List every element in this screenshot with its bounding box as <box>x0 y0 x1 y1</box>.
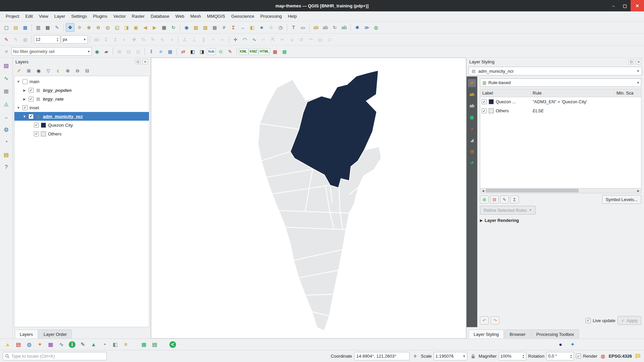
scroll-right-icon[interactable]: ▶ <box>636 189 641 192</box>
wb-gradient-icon[interactable]: ◨ <box>198 47 206 56</box>
horizontal-distribution-icon[interactable]: ≡ <box>156 47 165 56</box>
tab-browser[interactable]: Browser <box>504 329 531 339</box>
identify-features-icon[interactable]: ◉ <box>182 23 191 32</box>
pan-map-icon[interactable]: ✥ <box>66 23 74 32</box>
offset-curve-icon[interactable]: ⊃ <box>325 35 334 44</box>
scroll-thumb[interactable] <box>486 189 579 192</box>
split-features-icon[interactable]: ✂ <box>278 35 287 44</box>
offline-sphere-icon[interactable]: ● <box>556 340 565 349</box>
column-header-min-scale[interactable]: Min. Sca <box>614 90 641 96</box>
save-project-icon[interactable]: ▦ <box>21 23 30 32</box>
show-hidden-labels-icon[interactable]: ◐ <box>120 35 129 44</box>
text-annotation-icon[interactable]: T <box>289 23 298 32</box>
simplify-feature-icon[interactable]: 〜 <box>306 35 315 44</box>
gradient-icon[interactable]: ◧ <box>111 340 119 349</box>
render-checkbox[interactable]: ✓ <box>576 354 581 359</box>
map-export-2-icon[interactable]: ▤ <box>150 340 159 349</box>
undo-icon[interactable]: ↶ <box>480 316 489 324</box>
expand-all-icon[interactable]: ⊕ <box>63 66 72 75</box>
field-calculator-icon[interactable]: # <box>220 23 228 32</box>
open-project-icon[interactable]: ▤ <box>11 23 20 32</box>
pin-labels-icon[interactable]: ↧ <box>102 35 110 44</box>
close-button[interactable]: ✕ <box>631 0 644 11</box>
add-postgis-layer-icon[interactable]: ◍ <box>2 125 11 133</box>
checkbox-adm-municity-ncr[interactable]: ✓ <box>29 114 34 119</box>
checkbox-main[interactable] <box>22 79 28 84</box>
save-layer-edits-icon[interactable]: ▦ <box>21 35 30 44</box>
swap-direction-icon[interactable]: ⇄ <box>179 47 187 56</box>
bw-gradient-icon[interactable]: ◧ <box>188 47 197 56</box>
symbology-icon[interactable]: ✐ <box>468 79 476 87</box>
font-unit-select[interactable]: px ▼ <box>61 35 88 44</box>
zoom-next-icon[interactable]: ▶ <box>150 23 159 32</box>
filter-legend-icon[interactable]: ▽ <box>44 66 53 75</box>
edit-rule-icon[interactable]: ✎ <box>500 195 509 203</box>
checkbox-quezon-city[interactable]: ✓ <box>34 123 39 128</box>
refresh-map-icon[interactable]: ↻ <box>169 23 178 32</box>
cad-float-icon[interactable]: ≈ <box>218 35 227 44</box>
delete-ring-icon[interactable]: ◎ <box>316 35 324 44</box>
open-attribute-table-icon[interactable]: ▦ <box>210 23 219 32</box>
tab-processing-toolbox[interactable]: Processing Toolbox <box>531 329 579 339</box>
layer-row-brgy-rate[interactable]: ▶ ✓ ▤ brgy_rate <box>14 95 149 103</box>
coordinate-input[interactable]: 14.6904°, 121.2603° <box>354 352 410 360</box>
view-3d-icon[interactable]: ▧ <box>468 113 476 121</box>
menu-project[interactable]: Project <box>3 12 22 20</box>
deselect-features-icon[interactable]: ▧ <box>201 23 210 32</box>
extents-toggle-icon[interactable]: ✛ <box>412 353 419 360</box>
change-label-icon[interactable]: ab <box>340 23 348 32</box>
plugin-star-icon[interactable]: ✦ <box>568 340 577 349</box>
vertical-distribution-icon[interactable]: ‖ <box>147 47 156 56</box>
menu-layer[interactable]: Layer <box>51 12 68 20</box>
rotate-label-tool-icon[interactable]: ↻ <box>139 35 148 44</box>
layers-stack-icon[interactable]: ≡ <box>121 340 130 349</box>
digitize-curve-icon[interactable]: ◠ <box>240 35 249 44</box>
attribute-grid-icon[interactable]: ▦ <box>166 47 174 56</box>
layer-rendering-section[interactable]: ▶ Layer Rendering <box>480 215 641 224</box>
count-features-icon[interactable]: Σ <box>510 195 519 203</box>
column-header-label[interactable]: Label <box>480 90 531 96</box>
redo-icon[interactable]: ↷ <box>491 316 499 324</box>
checkbox-others[interactable]: ✓ <box>34 131 39 136</box>
form-tool-2-icon[interactable]: ⊟ <box>124 47 133 56</box>
processing-toolbox-icon[interactable]: ✱ <box>353 23 362 32</box>
vertex-tool-icon[interactable]: ✛ <box>231 35 240 44</box>
add-delimited-text-icon[interactable]: ,, <box>2 112 11 121</box>
remove-layer-icon[interactable]: ⊟ <box>83 66 92 75</box>
menu-help[interactable]: Help <box>285 12 300 20</box>
osm-search-icon[interactable]: ⊙ <box>216 47 225 56</box>
spinner-arrows-icon[interactable]: ▲▼ <box>56 37 59 42</box>
rule-row-quezon-city[interactable]: ✓ Quezon City <box>14 121 149 129</box>
messages-icon[interactable] <box>634 353 641 360</box>
new-bookmark-icon[interactable]: ★ <box>257 23 266 32</box>
form-tool-3-icon[interactable]: ⊡ <box>134 47 143 56</box>
rule-swatch[interactable] <box>489 99 494 104</box>
edit-tools-icon[interactable]: ✎ <box>78 340 87 349</box>
callouts-icon[interactable]: ab <box>468 102 476 110</box>
new-project-icon[interactable]: ▢ <box>2 23 11 32</box>
highlight-labels-icon[interactable]: ab <box>92 35 101 44</box>
zoom-to-layer-icon[interactable]: ▣ <box>131 23 140 32</box>
expand-arrow-icon[interactable]: ▼ <box>16 80 20 83</box>
map-canvas[interactable] <box>151 58 466 339</box>
merge-features-icon[interactable]: ⊍ <box>287 35 296 44</box>
add-wms-layer-icon[interactable]: ◔ <box>2 137 11 146</box>
pdok-services-icon[interactable]: ▤ <box>14 340 23 349</box>
expand-arrow-icon[interactable]: ▼ <box>16 106 20 110</box>
unpin-labels-icon[interactable]: ↥ <box>111 35 120 44</box>
add-group-icon[interactable]: ⊞ <box>24 66 33 75</box>
rotation-stepper[interactable]: 0.0 ° ▲▼ <box>546 352 574 360</box>
select-within-icon[interactable]: ◉ <box>93 47 101 56</box>
float-panel-icon[interactable]: ⊡ <box>629 59 634 64</box>
expand-arrow-icon[interactable]: ▶ <box>22 88 26 92</box>
tab-layer-order[interactable]: Layer Order <box>39 329 72 339</box>
symbol-levels-button[interactable]: Symbol Levels... <box>602 195 641 204</box>
rule-table-hscrollbar[interactable]: ◀ ▶ <box>480 188 641 193</box>
cad-enable-icon[interactable]: ∠ <box>180 35 189 44</box>
share-icon[interactable]: < <box>169 341 176 348</box>
cad-construction-icon[interactable]: ÷ <box>209 35 217 44</box>
labels-icon[interactable]: ab <box>468 90 476 99</box>
cad-parallel-icon[interactable]: ∥ <box>199 35 208 44</box>
layer-group-inset[interactable]: ▼ ✓ inset <box>14 103 149 112</box>
zoom-native-icon[interactable]: ◎ <box>103 23 112 32</box>
